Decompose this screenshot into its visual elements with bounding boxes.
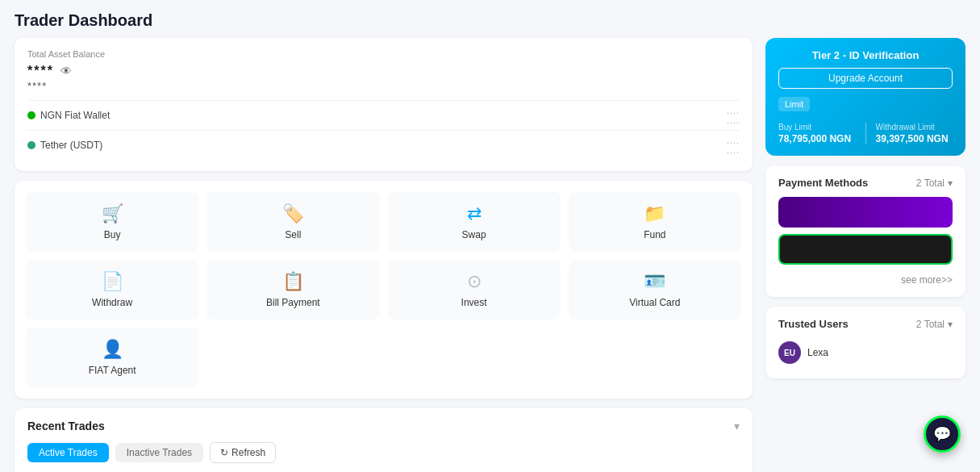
bill-payment-label: Bill Payment [266, 297, 320, 308]
refresh-button[interactable]: ↻ Refresh [210, 442, 276, 463]
fiat-agent-label: FIAT Agent [89, 365, 136, 376]
balance-sub: **** [27, 80, 740, 92]
trusted-user-item[interactable]: EU Lexa [778, 338, 953, 367]
payment-method-item-1[interactable] [778, 197, 953, 228]
recent-trades-title: Recent Trades [27, 420, 105, 432]
balance-label: Total Asset Balance [27, 49, 740, 59]
trades-tabs: Active Trades Inactive Trades ↻ Refresh [27, 442, 740, 463]
chevron-down-icon[interactable]: ▾ [948, 178, 953, 189]
usdt-dot [27, 141, 35, 149]
withdrawal-limit-label: Withdrawal Limit [876, 123, 953, 132]
payment-methods-title: Payment Methods [778, 177, 868, 189]
see-more-payment[interactable]: see more>> [778, 271, 953, 286]
buy-label: Buy [104, 229, 121, 240]
tier-card: Tier 2 - ID Verification Upgrade Account… [765, 38, 965, 156]
wallet-list: NGN Fiat Wallet .... .... Tether (USDT) [27, 100, 740, 160]
buy-limit-col: Buy Limit 78,795,000 NGN [778, 123, 856, 144]
trusted-users-section: Trusted Users 2 Total ▾ EU Lexa [765, 307, 965, 378]
limit-row: Buy Limit 78,795,000 NGN Withdrawal Limi… [778, 123, 953, 144]
fund-label: Fund [644, 229, 665, 240]
inactive-trades-tab[interactable]: Inactive Trades [115, 443, 203, 462]
fiat-agent-button[interactable]: 👤 FIAT Agent [26, 328, 198, 387]
withdraw-button[interactable]: 📄 Withdraw [26, 260, 198, 320]
withdrawal-limit-col: Withdrawal Limit 39,397,500 NGN [876, 123, 953, 144]
action-grid: 🛒 Buy 🏷️ Sell ⇄ Swap 📁 Fund 📄 With [15, 181, 753, 399]
upgrade-account-button[interactable]: Upgrade Account [778, 68, 953, 89]
recent-trades-section: Recent Trades ▾ Active Trades Inactive T… [15, 408, 753, 472]
withdraw-label: Withdraw [92, 297, 132, 308]
sell-label: Sell [285, 229, 301, 240]
usdt-wallet-name: Tether (USDT) [27, 140, 102, 151]
tier-title: Tier 2 - ID Verification [778, 49, 953, 61]
invest-label: Invest [461, 297, 487, 308]
recent-trades-collapse[interactable]: ▾ [734, 420, 740, 432]
ngn-wallet-name: NGN Fiat Wallet [27, 110, 110, 121]
virtual-card-icon: 🪪 [644, 271, 665, 292]
ngn-wallet-amount: .... .... [727, 106, 740, 125]
active-trades-tab[interactable]: Active Trades [27, 443, 109, 462]
wallet-item-ngn[interactable]: NGN Fiat Wallet .... .... [27, 100, 740, 130]
balance-amount-hidden: **** [27, 64, 54, 78]
buy-limit-label: Buy Limit [778, 123, 856, 132]
limit-divider [865, 123, 866, 144]
refresh-icon: ↻ [220, 447, 228, 458]
buy-button[interactable]: 🛒 Buy [26, 192, 198, 252]
usdt-wallet-amount: .... .... [727, 136, 740, 155]
fiat-agent-icon: 👤 [102, 339, 123, 360]
sell-icon: 🏷️ [282, 203, 304, 224]
bill-payment-button[interactable]: 📋 Bill Payment [206, 260, 379, 320]
payment-methods-section: Payment Methods 2 Total ▾ see more>> [765, 165, 965, 297]
wallet-item-usdt[interactable]: Tether (USDT) .... .... [27, 130, 740, 160]
chevron-down-icon-tu[interactable]: ▾ [948, 319, 953, 330]
payment-methods-count: 2 Total ▾ [916, 178, 953, 189]
limit-label: Limit [778, 97, 810, 111]
trusted-users-count: 2 Total ▾ [916, 319, 953, 330]
ngn-dot [27, 111, 35, 119]
eye-icon[interactable]: 👁 [60, 65, 72, 77]
buy-icon: 🛒 [102, 203, 123, 224]
sell-button[interactable]: 🏷️ Sell [206, 192, 379, 252]
withdraw-icon: 📄 [102, 271, 123, 292]
chat-icon: 💬 [933, 425, 951, 443]
trusted-users-title: Trusted Users [778, 318, 849, 330]
fund-icon: 📁 [644, 203, 665, 224]
user-avatar: EU [778, 341, 801, 364]
fund-button[interactable]: 📁 Fund [569, 192, 741, 252]
swap-label: Swap [462, 229, 486, 240]
refresh-label: Refresh [231, 447, 265, 458]
chat-bubble[interactable]: 💬 [924, 416, 961, 453]
withdrawal-limit-value: 39,397,500 NGN [876, 133, 953, 144]
balance-section: Total Asset Balance **** 👁 **** NGN Fiat… [15, 38, 753, 171]
invest-icon: ⊙ [467, 271, 482, 292]
payment-method-item-2[interactable] [778, 234, 953, 265]
bill-payment-icon: 📋 [282, 271, 304, 292]
buy-limit-value: 78,795,000 NGN [778, 133, 856, 144]
virtual-card-label: Virtual Card [629, 297, 680, 308]
page-title: Trader Dashboard [0, 0, 980, 38]
swap-icon: ⇄ [467, 203, 482, 224]
invest-button[interactable]: ⊙ Invest [388, 260, 561, 320]
virtual-card-button[interactable]: 🪪 Virtual Card [569, 260, 741, 320]
swap-button[interactable]: ⇄ Swap [388, 192, 561, 252]
user-name: Lexa [807, 347, 828, 358]
